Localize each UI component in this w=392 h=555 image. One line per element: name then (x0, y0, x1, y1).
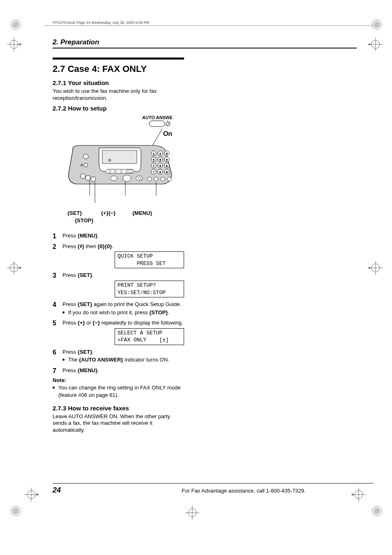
menu-label: {MENU} (132, 210, 152, 216)
lcd-display-2: PRINT SETUP? YES:SET/NO:STOP (115, 281, 184, 297)
step-6-sub: The {AUTO ANSWER} indicator turns ON. (62, 356, 184, 364)
subsection-setup: 2.7.2 How to setup (53, 105, 184, 112)
lcd-display-3: SELECT A SETUP =FAX ONLY [±] (115, 328, 184, 345)
lcd-display-1: QUICK SETUP PRESS SET (115, 251, 184, 268)
step-3: Press {SET}. PRINT SETUP? YES:SET/NO:STO… (53, 272, 184, 297)
svg-point-35 (123, 175, 131, 182)
running-header: FPG376.book Page 24 Wednesday, July 30, … (44, 21, 373, 26)
receive-text: Leave AUTO ANSWER ON. When the other par… (53, 413, 184, 434)
set-label: {SET} (67, 210, 82, 216)
svg-rect-13 (149, 121, 165, 127)
note-heading: Note: (53, 377, 184, 383)
step-2: Press {♯} then {0}{0}. QUICK SETUP PRESS… (53, 243, 184, 269)
svg-line-21 (152, 129, 162, 147)
svg-point-26 (85, 175, 90, 180)
crop-mark-icon (372, 506, 382, 516)
subsection-receive: 2.7.3 How to receive faxes (53, 405, 184, 412)
plusminus-label: {+}{−} (101, 210, 115, 216)
svg-point-34 (111, 176, 117, 181)
svg-marker-1 (19, 43, 22, 46)
step-4-sub: If you do not wish to print it, press {S… (62, 309, 184, 316)
fax-machine-illustration: AUTO ANSWER On (53, 113, 184, 226)
svg-rect-33 (126, 170, 133, 173)
section-title: 2.7 Case 4: FAX ONLY (53, 64, 184, 74)
svg-marker-3 (368, 43, 370, 46)
step-7: Press {MENU}. (53, 367, 184, 374)
svg-marker-7 (368, 267, 370, 269)
on-label: On (163, 130, 172, 137)
step-4: Press {SET} again to print the Quick Set… (53, 301, 184, 316)
step-1: Press {MENU}. (53, 232, 184, 240)
svg-point-14 (166, 122, 169, 125)
page-footer: 24 For Fax Advantage assistance, call 1-… (53, 483, 373, 495)
subsection-situation: 2.7.1 Your situation (53, 79, 184, 86)
crop-mark-icon (11, 506, 21, 516)
crop-mark-icon (11, 20, 21, 30)
registration-mark-icon (7, 261, 21, 274)
registration-mark-icon (25, 488, 38, 501)
auto-answer-label: AUTO ANSWER (142, 115, 172, 120)
svg-line-18 (169, 125, 170, 126)
situation-text: You wish to use the fax machine only for… (53, 88, 184, 101)
svg-point-27 (91, 177, 96, 182)
step-5: Press {+} or {−} repeatedly to display t… (53, 319, 184, 345)
footer-text: For Fax Advantage assistance, call 1-800… (114, 488, 373, 494)
registration-mark-icon (186, 506, 199, 519)
svg-line-20 (165, 125, 166, 126)
svg-point-63 (148, 177, 152, 181)
svg-point-64 (154, 177, 158, 181)
svg-marker-5 (19, 267, 22, 269)
stop-label: {STOP} (75, 217, 93, 223)
page-number: 24 (53, 486, 114, 495)
setup-steps: Press {MENU}. Press {♯} then {0}{0}. QUI… (53, 232, 184, 374)
svg-point-25 (81, 174, 85, 179)
chapter-heading: 2. Preparation (53, 38, 357, 48)
svg-point-22 (83, 154, 88, 159)
svg-point-65 (161, 177, 165, 181)
svg-line-16 (169, 122, 170, 122)
crop-mark-icon (372, 20, 382, 30)
svg-point-66 (167, 177, 171, 181)
svg-point-28 (108, 159, 111, 161)
svg-point-23 (84, 164, 88, 167)
svg-marker-9 (37, 493, 39, 496)
note-bullet: You can change the ring setting in FAX O… (53, 384, 184, 398)
section-rule (53, 58, 184, 60)
registration-mark-icon (7, 38, 21, 51)
registration-mark-icon (369, 261, 382, 274)
registration-mark-icon (369, 38, 382, 51)
step-6: Press {SET}. The {AUTO ANSWER} indicator… (53, 348, 184, 364)
